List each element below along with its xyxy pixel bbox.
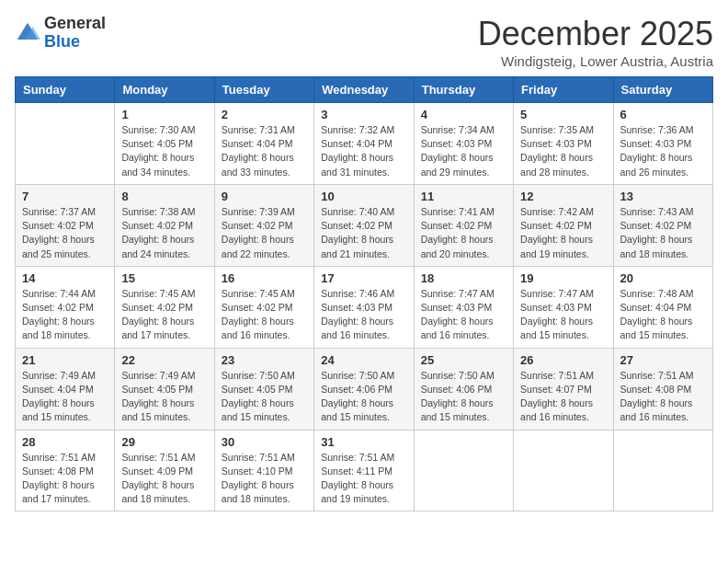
month-title: December 2025 xyxy=(478,15,713,53)
calendar-cell: 11Sunrise: 7:41 AM Sunset: 4:02 PM Dayli… xyxy=(414,184,513,266)
calendar-header-cell: Sunday xyxy=(16,77,115,103)
location-title: Windigsteig, Lower Austria, Austria xyxy=(478,53,713,69)
logo-icon xyxy=(15,20,40,46)
day-number: 22 xyxy=(121,353,207,367)
day-number: 14 xyxy=(22,271,108,285)
day-number: 2 xyxy=(222,108,307,121)
calendar-cell: 10Sunrise: 7:40 AM Sunset: 4:02 PM Dayli… xyxy=(314,184,414,266)
calendar-cell: 17Sunrise: 7:46 AM Sunset: 4:03 PM Dayli… xyxy=(314,266,414,348)
day-info: Sunrise: 7:43 AM Sunset: 4:02 PM Dayligh… xyxy=(620,205,706,261)
calendar-table: SundayMondayTuesdayWednesdayThursdayFrid… xyxy=(15,76,713,511)
day-info: Sunrise: 7:50 AM Sunset: 4:05 PM Dayligh… xyxy=(222,369,307,425)
day-number: 1 xyxy=(121,108,207,121)
calendar-cell: 27Sunrise: 7:51 AM Sunset: 4:08 PM Dayli… xyxy=(613,348,712,430)
calendar-week-row: 7Sunrise: 7:37 AM Sunset: 4:02 PM Daylig… xyxy=(16,184,713,266)
day-number: 21 xyxy=(22,353,108,367)
day-info: Sunrise: 7:31 AM Sunset: 4:04 PM Dayligh… xyxy=(222,123,307,179)
logo-general: General xyxy=(44,15,106,33)
calendar-cell: 9Sunrise: 7:39 AM Sunset: 4:02 PM Daylig… xyxy=(214,184,313,266)
day-info: Sunrise: 7:38 AM Sunset: 4:02 PM Dayligh… xyxy=(121,205,207,261)
calendar-cell: 22Sunrise: 7:49 AM Sunset: 4:05 PM Dayli… xyxy=(115,348,214,430)
title-area: December 2025 Windigsteig, Lower Austria… xyxy=(478,15,713,69)
day-number: 8 xyxy=(121,190,207,203)
day-info: Sunrise: 7:51 AM Sunset: 4:09 PM Dayligh… xyxy=(121,451,207,507)
day-info: Sunrise: 7:35 AM Sunset: 4:03 PM Dayligh… xyxy=(520,123,606,179)
day-info: Sunrise: 7:30 AM Sunset: 4:05 PM Dayligh… xyxy=(121,123,207,179)
day-number: 7 xyxy=(22,190,108,203)
day-info: Sunrise: 7:51 AM Sunset: 4:08 PM Dayligh… xyxy=(22,451,108,507)
calendar-week-row: 1Sunrise: 7:30 AM Sunset: 4:05 PM Daylig… xyxy=(16,103,713,185)
day-number: 24 xyxy=(321,353,406,367)
day-number: 18 xyxy=(421,271,506,285)
calendar-header-row: SundayMondayTuesdayWednesdayThursdayFrid… xyxy=(16,77,713,103)
day-info: Sunrise: 7:34 AM Sunset: 4:03 PM Dayligh… xyxy=(421,123,506,179)
logo-blue: Blue xyxy=(44,33,106,52)
day-number: 6 xyxy=(620,108,706,121)
calendar-cell: 21Sunrise: 7:49 AM Sunset: 4:04 PM Dayli… xyxy=(16,348,115,430)
calendar-body: 1Sunrise: 7:30 AM Sunset: 4:05 PM Daylig… xyxy=(16,103,713,511)
day-info: Sunrise: 7:46 AM Sunset: 4:03 PM Dayligh… xyxy=(321,287,406,343)
day-info: Sunrise: 7:45 AM Sunset: 4:02 PM Dayligh… xyxy=(222,287,307,343)
calendar-cell: 28Sunrise: 7:51 AM Sunset: 4:08 PM Dayli… xyxy=(16,430,115,511)
day-number: 4 xyxy=(421,108,506,121)
day-number: 23 xyxy=(222,353,307,367)
calendar-cell: 31Sunrise: 7:51 AM Sunset: 4:11 PM Dayli… xyxy=(314,430,414,511)
day-number: 28 xyxy=(22,435,108,449)
day-number: 10 xyxy=(321,190,406,203)
day-info: Sunrise: 7:49 AM Sunset: 4:05 PM Dayligh… xyxy=(121,369,207,425)
calendar-cell xyxy=(613,430,712,511)
day-info: Sunrise: 7:49 AM Sunset: 4:04 PM Dayligh… xyxy=(22,369,108,425)
calendar-cell: 1Sunrise: 7:30 AM Sunset: 4:05 PM Daylig… xyxy=(115,103,214,185)
calendar-cell: 13Sunrise: 7:43 AM Sunset: 4:02 PM Dayli… xyxy=(613,184,712,266)
day-info: Sunrise: 7:51 AM Sunset: 4:11 PM Dayligh… xyxy=(321,451,406,507)
calendar-cell: 23Sunrise: 7:50 AM Sunset: 4:05 PM Dayli… xyxy=(214,348,313,430)
calendar-cell: 4Sunrise: 7:34 AM Sunset: 4:03 PM Daylig… xyxy=(414,103,513,185)
day-number: 27 xyxy=(620,353,706,367)
calendar-cell: 7Sunrise: 7:37 AM Sunset: 4:02 PM Daylig… xyxy=(16,184,115,266)
calendar-cell: 3Sunrise: 7:32 AM Sunset: 4:04 PM Daylig… xyxy=(314,103,414,185)
calendar-week-row: 14Sunrise: 7:44 AM Sunset: 4:02 PM Dayli… xyxy=(16,266,713,348)
logo-text: General Blue xyxy=(44,15,106,52)
day-info: Sunrise: 7:51 AM Sunset: 4:10 PM Dayligh… xyxy=(222,451,307,507)
day-info: Sunrise: 7:44 AM Sunset: 4:02 PM Dayligh… xyxy=(22,287,108,343)
calendar-cell: 19Sunrise: 7:47 AM Sunset: 4:03 PM Dayli… xyxy=(514,266,613,348)
calendar-cell: 2Sunrise: 7:31 AM Sunset: 4:04 PM Daylig… xyxy=(214,103,313,185)
calendar-header-cell: Thursday xyxy=(414,77,513,103)
day-info: Sunrise: 7:47 AM Sunset: 4:03 PM Dayligh… xyxy=(421,287,506,343)
calendar-cell: 29Sunrise: 7:51 AM Sunset: 4:09 PM Dayli… xyxy=(115,430,214,511)
calendar-header-cell: Monday xyxy=(115,77,214,103)
logo: General Blue xyxy=(15,15,106,52)
day-number: 17 xyxy=(321,271,406,285)
calendar-cell: 14Sunrise: 7:44 AM Sunset: 4:02 PM Dayli… xyxy=(16,266,115,348)
day-number: 26 xyxy=(520,353,606,367)
day-number: 29 xyxy=(121,435,207,449)
day-info: Sunrise: 7:47 AM Sunset: 4:03 PM Dayligh… xyxy=(520,287,606,343)
day-info: Sunrise: 7:42 AM Sunset: 4:02 PM Dayligh… xyxy=(520,205,606,261)
calendar-cell: 12Sunrise: 7:42 AM Sunset: 4:02 PM Dayli… xyxy=(514,184,613,266)
calendar-cell: 25Sunrise: 7:50 AM Sunset: 4:06 PM Dayli… xyxy=(414,348,513,430)
day-info: Sunrise: 7:41 AM Sunset: 4:02 PM Dayligh… xyxy=(421,205,506,261)
day-number: 12 xyxy=(520,190,606,203)
day-number: 25 xyxy=(421,353,506,367)
calendar-cell xyxy=(414,430,513,511)
day-number: 9 xyxy=(222,190,307,203)
calendar-cell: 26Sunrise: 7:51 AM Sunset: 4:07 PM Dayli… xyxy=(514,348,613,430)
day-info: Sunrise: 7:36 AM Sunset: 4:03 PM Dayligh… xyxy=(620,123,706,179)
day-number: 13 xyxy=(620,190,706,203)
day-info: Sunrise: 7:48 AM Sunset: 4:04 PM Dayligh… xyxy=(620,287,706,343)
calendar-header-cell: Tuesday xyxy=(214,77,313,103)
day-number: 15 xyxy=(121,271,207,285)
calendar-cell: 24Sunrise: 7:50 AM Sunset: 4:06 PM Dayli… xyxy=(314,348,414,430)
day-number: 5 xyxy=(520,108,606,121)
day-number: 3 xyxy=(321,108,406,121)
page-header: General Blue December 2025 Windigsteig, … xyxy=(15,15,713,69)
calendar-cell xyxy=(514,430,613,511)
calendar-week-row: 28Sunrise: 7:51 AM Sunset: 4:08 PM Dayli… xyxy=(16,430,713,511)
calendar-cell: 6Sunrise: 7:36 AM Sunset: 4:03 PM Daylig… xyxy=(613,103,712,185)
calendar-header-cell: Saturday xyxy=(613,77,712,103)
calendar-cell: 15Sunrise: 7:45 AM Sunset: 4:02 PM Dayli… xyxy=(115,266,214,348)
calendar-header-cell: Wednesday xyxy=(314,77,414,103)
day-info: Sunrise: 7:40 AM Sunset: 4:02 PM Dayligh… xyxy=(321,205,406,261)
day-info: Sunrise: 7:50 AM Sunset: 4:06 PM Dayligh… xyxy=(321,369,406,425)
day-number: 31 xyxy=(321,435,406,449)
